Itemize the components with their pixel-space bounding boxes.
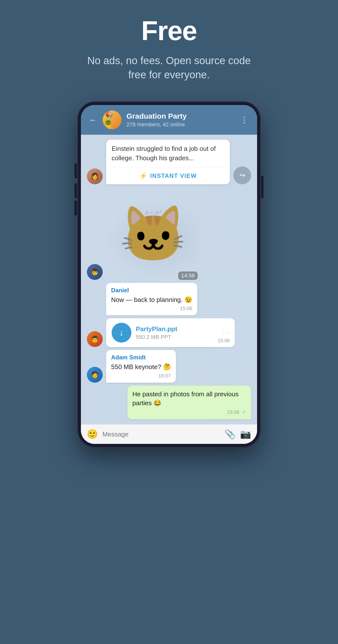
lightning-icon: ⚡ <box>139 172 147 180</box>
message-text: He pasted in photos from all previous pa… <box>132 390 246 408</box>
phone-screen: ← 🎉🍍 Graduation Party 278 members, 42 on… <box>81 105 257 444</box>
forward-icon: ↪ <box>240 171 245 179</box>
file-attachment-bubble: ↓ PartyPlan.ppt 550.2 MB PPT ⋯ 15:06 <box>106 318 235 347</box>
instant-view-label: INSTANT VIEW <box>150 172 197 179</box>
message-time: 15:08 ✓ <box>132 409 246 416</box>
emoji-button[interactable]: 🙂 <box>87 429 98 440</box>
back-button[interactable]: ← <box>88 114 98 126</box>
group-info: Graduation Party 278 members, 42 online <box>126 112 233 128</box>
message-bubble: Adam Smidt 550 MB keynote? 🤔 15:07 <box>106 350 176 382</box>
message-input[interactable] <box>102 430 220 438</box>
hero-subtitle: No ads, no fees. Open source code free f… <box>82 54 256 82</box>
instant-view-button[interactable]: ⚡ INSTANT VIEW <box>106 168 230 184</box>
page-title: Free <box>141 15 197 46</box>
file-size: 550.2 MB PPT <box>136 334 218 340</box>
message-sender: Daniel <box>111 287 192 294</box>
camera-button[interactable]: 📷 <box>240 429 251 440</box>
file-name: PartyPlan.ppt <box>136 325 218 333</box>
instant-view-card: Einstein struggled to find a job out of … <box>106 140 230 184</box>
own-message-bubble: He pasted in photos from all previous pa… <box>127 386 251 420</box>
avatar: 👦 <box>87 264 103 280</box>
group-meta: 278 members, 42 online <box>126 121 233 128</box>
header-menu-button[interactable]: ⋮ <box>238 113 250 126</box>
file-info: PartyPlan.ppt 550.2 MB PPT <box>136 325 218 340</box>
table-row: 🧑 Adam Smidt 550 MB keynote? 🤔 15:07 <box>87 350 251 382</box>
phone-device: ← 🎉🍍 Graduation Party 278 members, 42 on… <box>77 102 261 447</box>
table-row: 👨 ↓ PartyPlan.ppt 550.2 MB PPT ⋯ 15:06 <box>87 318 251 347</box>
file-menu-button[interactable]: ⋯ <box>222 329 229 337</box>
group-avatar: 🎉🍍 <box>103 110 121 129</box>
avatar: 👩 <box>87 168 103 184</box>
input-bar: 🙂 📎 📷 <box>81 424 257 444</box>
forward-button[interactable]: ↪ <box>233 166 251 184</box>
table-row: 👦 A = πr² V = l³ P = 2πr s = √(r²+h²) A … <box>87 187 251 280</box>
avatar: 🧑 <box>87 367 103 383</box>
table-row: He pasted in photos from all previous pa… <box>87 386 251 420</box>
message-sender: Adam Smidt <box>111 354 171 361</box>
group-name: Graduation Party <box>126 112 233 120</box>
message-checkmark: ✓ <box>242 409 246 415</box>
message-time: 15:07 <box>111 373 171 379</box>
attach-button[interactable]: 📎 <box>224 429 236 440</box>
table-row: Daniel Now — back to planning. 😉 15:06 <box>87 283 251 315</box>
message-text: 550 MB keynote? 🤔 <box>111 362 171 371</box>
chat-body: 👩 Einstein struggled to find a job out o… <box>81 135 257 424</box>
message-bubble: Daniel Now — back to planning. 😉 15:06 <box>106 283 197 315</box>
download-icon[interactable]: ↓ <box>112 323 131 342</box>
message-time: 15:06 <box>111 306 192 311</box>
file-message-time: 15:06 <box>218 338 230 344</box>
article-preview-text: Einstein struggled to find a job out of … <box>106 140 230 168</box>
sticker-time: 14:58 <box>178 272 198 280</box>
avatar: 👨 <box>87 331 103 347</box>
sticker-container: A = πr² V = l³ P = 2πr s = √(r²+h²) A = … <box>106 187 200 282</box>
message-text: Now — back to planning. 😉 <box>111 295 192 304</box>
table-row: 👩 Einstein struggled to find a job out o… <box>87 140 251 184</box>
cat-sticker: 🐱 <box>119 202 187 266</box>
chat-header: ← 🎉🍍 Graduation Party 278 members, 42 on… <box>81 105 257 135</box>
